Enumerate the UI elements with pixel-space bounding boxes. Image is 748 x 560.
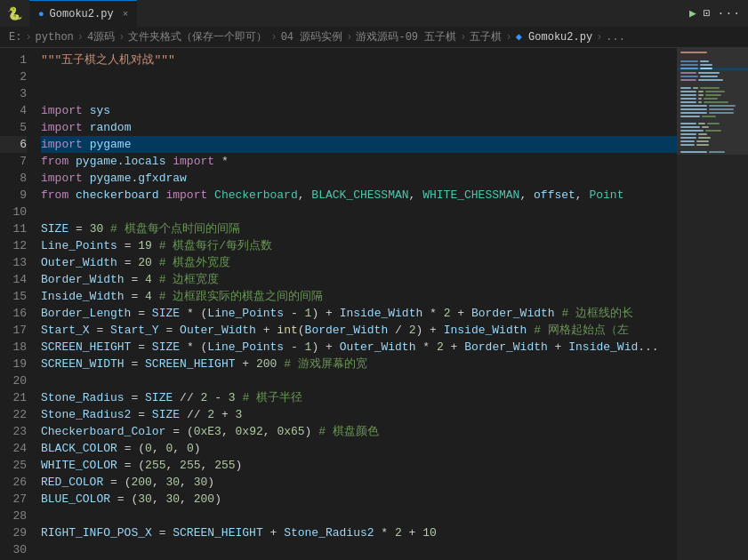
code-line-12: Line_Points = 19 # 棋盘每行/每列点数 (41, 237, 677, 254)
code-line-13: Outer_Width = 20 # 棋盘外宽度 (41, 254, 677, 271)
breadcrumb-item[interactable]: 04 源码实例 (281, 29, 343, 44)
breadcrumb-item[interactable]: E: (9, 31, 21, 44)
breadcrumb-file[interactable]: ◆ Gomoku2.py (516, 30, 592, 44)
code-line-7: from pygame.locals import * (41, 153, 677, 170)
code-area[interactable]: 1 2 3 4 5 6 7 8 9 10 11 12 13 14 15 16 1… (0, 48, 677, 560)
title-bar: 🐍 ● Gomoku2.py × ▶ ⊡ ··· (0, 0, 748, 27)
run-icon[interactable]: ▶ (689, 6, 696, 20)
line-num-22: 22 (0, 406, 27, 423)
code-line-28 (41, 508, 677, 524)
breadcrumb: E: › python › 4源码 › 文件夹格式（保存一个即可） › 04 源… (0, 27, 748, 48)
line-numbers: 1 2 3 4 5 6 7 8 9 10 11 12 13 14 15 16 1… (0, 48, 34, 560)
code-content[interactable]: """五子棋之人机对战""" import sys import random … (34, 48, 677, 560)
code-line-29: RIGHT_INFO_POS_X = SCREEN_HEIGHT + Stone… (41, 524, 677, 541)
line-num-3: 3 (0, 85, 27, 102)
line-num-14: 14 (0, 271, 27, 288)
code-line-11: SIZE = 30 # 棋盘每个点时间的间隔 (41, 220, 677, 237)
breadcrumb-more: ... (606, 31, 625, 44)
line-num-24: 24 (0, 440, 27, 457)
title-bar-actions: ▶ ⊡ ··· (689, 6, 741, 20)
line-num-6: 6 (0, 136, 27, 153)
breadcrumb-item[interactable]: 4源码 (87, 29, 115, 44)
line-num-4: 4 (0, 102, 27, 119)
breadcrumb-item[interactable]: 五子棋 (470, 29, 502, 44)
code-line-9: from checkerboard import Checkerboard, B… (41, 187, 677, 204)
split-icon[interactable]: ⊡ (704, 6, 711, 20)
line-num-1: 1 (0, 52, 27, 68)
line-num-28: 28 (0, 508, 27, 524)
line-num-19: 19 (0, 356, 27, 372)
code-line-18: SCREEN_HEIGHT = SIZE * (Line_Points - 1)… (41, 339, 677, 356)
code-line-14: Border_Width = 4 # 边框宽度 (41, 271, 677, 288)
more-icon[interactable]: ··· (718, 7, 741, 20)
line-num-13: 13 (0, 254, 27, 271)
line-num-30: 30 (0, 541, 27, 558)
code-line-21: Stone_Radius = SIZE // 2 - 3 # 棋子半径 (41, 389, 677, 406)
code-line-4: import sys (41, 102, 677, 119)
breadcrumb-item[interactable]: 文件夹格式（保存一个即可） (128, 29, 267, 44)
code-line-25: WHITE_COLOR = (255, 255, 255) (41, 457, 677, 474)
code-line-27: BLUE_COLOR = (30, 30, 200) (41, 491, 677, 508)
minimap[interactable] (677, 48, 748, 560)
tab-close-button[interactable]: × (123, 9, 129, 20)
line-num-27: 27 (0, 491, 27, 508)
code-line-8: import pygame.gfxdraw (41, 170, 677, 187)
line-num-5: 5 (0, 119, 27, 136)
minimap-canvas (677, 48, 748, 560)
code-line-6: import pygame (41, 136, 677, 153)
line-num-23: 23 (0, 423, 27, 440)
line-num-16: 16 (0, 305, 27, 322)
code-line-1: """五子棋之人机对战""" (41, 52, 677, 68)
window-icon: 🐍 (7, 6, 22, 21)
line-num-7: 7 (0, 153, 27, 170)
editor-container: 1 2 3 4 5 6 7 8 9 10 11 12 13 14 15 16 1… (0, 48, 748, 560)
code-line-15: Inside_Width = 4 # 边框跟实际的棋盘之间的间隔 (41, 288, 677, 305)
line-num-21: 21 (0, 389, 27, 406)
code-line-10 (41, 204, 677, 220)
code-line-23: Checkerboard_Color = (0xE3, 0x92, 0x65) … (41, 423, 677, 440)
code-line-5: import random (41, 119, 677, 136)
code-line-16: Border_Length = SIZE * (Line_Points - 1)… (41, 305, 677, 322)
line-num-26: 26 (0, 474, 27, 491)
line-num-10: 10 (0, 204, 27, 220)
breadcrumb-item[interactable]: python (36, 31, 74, 44)
line-num-2: 2 (0, 68, 27, 85)
line-num-9: 9 (0, 187, 27, 204)
code-line-26: RED_COLOR = (200, 30, 30) (41, 474, 677, 491)
tab-file-icon: ● (38, 9, 44, 20)
code-line-3 (41, 85, 677, 102)
code-line-19: SCREEN_WIDTH = SCREEN_HEIGHT + 200 # 游戏屏… (41, 356, 677, 372)
code-line-2 (41, 68, 677, 85)
line-num-15: 15 (0, 288, 27, 305)
line-num-20: 20 (0, 372, 27, 389)
code-line-30 (41, 541, 677, 558)
line-num-11: 11 (0, 220, 27, 237)
editor-tab[interactable]: ● Gomoku2.py × (29, 0, 137, 27)
code-line-17: Start_X = Start_Y = Outer_Width + int(Bo… (41, 322, 677, 339)
line-num-17: 17 (0, 322, 27, 339)
line-num-8: 8 (0, 170, 27, 187)
code-line-22: Stone_Radius2 = SIZE // 2 + 3 (41, 406, 677, 423)
svg-rect-54 (677, 48, 748, 155)
code-line-24: BLACK_COLOR = (0, 0, 0) (41, 440, 677, 457)
line-num-25: 25 (0, 457, 27, 474)
breadcrumb-item[interactable]: 游戏源码-09 五子棋 (356, 29, 456, 44)
code-line-20 (41, 372, 677, 389)
line-num-18: 18 (0, 339, 27, 356)
tab-label: Gomoku2.py (50, 8, 114, 20)
line-num-12: 12 (0, 237, 27, 254)
line-num-29: 29 (0, 524, 27, 541)
